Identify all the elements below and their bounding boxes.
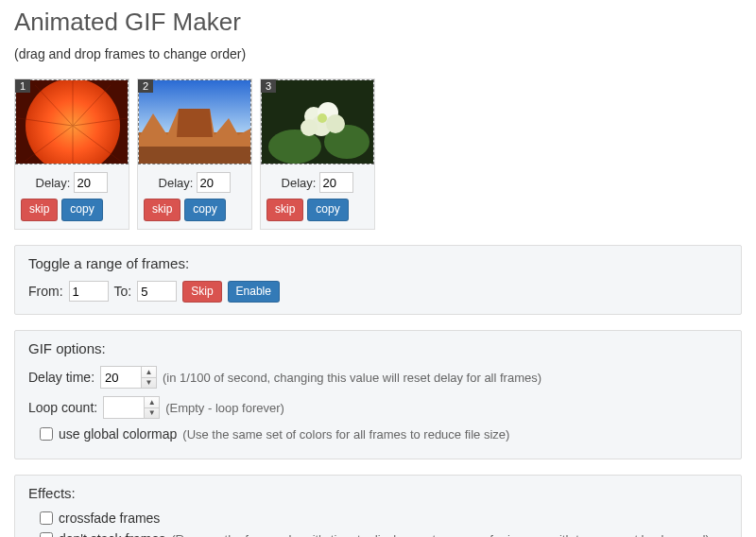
delay-time-input[interactable]: [101, 367, 141, 388]
gif-options-panel: GIF options: Delay time: ▲ ▼ (in 1/100 o…: [14, 330, 742, 459]
effects-panel: Effects: crossfade frames don't stack fr…: [14, 475, 742, 537]
subtitle: (drag and drop frames to change order): [14, 46, 742, 61]
frame-thumbnail[interactable]: [15, 79, 129, 165]
effects-title: Effects:: [28, 485, 728, 501]
stepper-down-icon[interactable]: ▼: [142, 378, 156, 389]
frame-card[interactable]: 1 Dela: [14, 78, 129, 230]
frames-container: 1 Dela: [14, 78, 742, 230]
frame-skip-button[interactable]: skip: [266, 199, 303, 221]
frame-card[interactable]: 2 Delay: skip copy: [137, 78, 252, 230]
to-label: To:: [114, 284, 132, 299]
range-skip-button[interactable]: Skip: [182, 281, 221, 303]
frame-thumbnail[interactable]: [261, 79, 374, 165]
stepper-up-icon[interactable]: ▲: [145, 397, 159, 408]
frame-copy-button[interactable]: copy: [184, 199, 225, 221]
dont-stack-checkbox[interactable]: [40, 532, 53, 537]
dont-stack-label: don't stack frames: [59, 531, 165, 537]
crossfade-checkbox[interactable]: [40, 511, 53, 525]
frame-copy-button[interactable]: copy: [307, 199, 348, 221]
frame-index-badge: 1: [15, 79, 30, 93]
crossfade-label: crossfade frames: [59, 511, 160, 526]
page-title: Animated GIF Maker: [14, 8, 742, 37]
delay-time-stepper[interactable]: ▲ ▼: [100, 366, 157, 389]
svg-point-21: [318, 113, 327, 123]
svg-rect-12: [139, 147, 251, 165]
frame-skip-button[interactable]: skip: [21, 199, 58, 221]
frame-delay-input[interactable]: [197, 172, 231, 193]
to-input[interactable]: [137, 281, 177, 302]
dont-stack-hint: (Remove the frame when it's time to disp…: [171, 532, 710, 537]
delay-time-hint: (in 1/100 of second, changing this value…: [163, 371, 541, 385]
frame-skip-button[interactable]: skip: [144, 199, 180, 221]
from-label: From:: [28, 284, 63, 299]
global-colormap-checkbox[interactable]: [40, 427, 53, 441]
global-colormap-label: use global colormap: [59, 426, 177, 442]
frame-delay-input[interactable]: [74, 172, 108, 193]
frame-index-badge: 2: [138, 79, 153, 93]
range-enable-button[interactable]: Enable: [228, 281, 280, 303]
frame-thumbnail[interactable]: [138, 79, 251, 165]
stepper-up-icon[interactable]: ▲: [142, 367, 156, 378]
frame-delay-label: Delay:: [159, 176, 194, 190]
from-input[interactable]: [69, 281, 109, 302]
frame-copy-button[interactable]: copy: [61, 199, 102, 221]
loop-count-label: Loop count:: [28, 400, 97, 415]
toggle-range-panel: Toggle a range of frames: From: To: Skip…: [14, 245, 742, 316]
stepper-down-icon[interactable]: ▼: [145, 408, 159, 419]
frame-card[interactable]: 3 Delay: skip copy: [260, 78, 375, 230]
gif-options-title: GIF options:: [28, 340, 728, 356]
loop-count-input[interactable]: [104, 397, 144, 418]
loop-count-stepper[interactable]: ▲ ▼: [103, 396, 160, 419]
frame-delay-input[interactable]: [319, 172, 353, 193]
svg-point-20: [301, 119, 318, 136]
toggle-range-title: Toggle a range of frames:: [28, 255, 728, 271]
loop-count-hint: (Empty - loop forever): [165, 401, 284, 415]
frame-delay-label: Delay:: [282, 176, 317, 190]
frame-index-badge: 3: [261, 79, 276, 93]
delay-time-label: Delay time:: [28, 370, 94, 385]
frame-delay-label: Delay:: [36, 176, 71, 190]
svg-point-19: [326, 114, 345, 133]
global-colormap-hint: (Use the same set of colors for all fram…: [182, 427, 509, 442]
